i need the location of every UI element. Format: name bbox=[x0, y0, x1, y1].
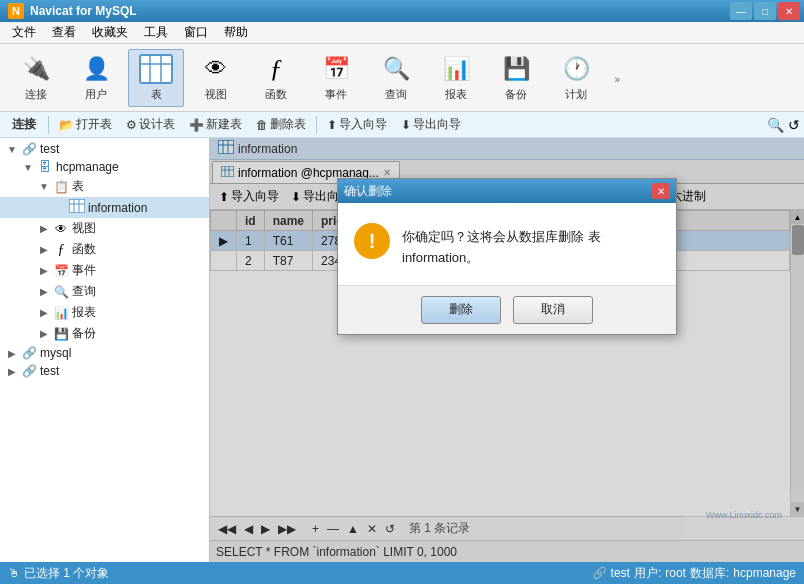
tree-label: information bbox=[88, 201, 147, 215]
warn-symbol: ! bbox=[369, 230, 376, 253]
toolbar-func[interactable]: ƒ 函数 bbox=[248, 49, 304, 107]
status-icon: 🖱 bbox=[8, 566, 20, 580]
new-icon: ➕ bbox=[189, 118, 204, 132]
query-label: 查询 bbox=[385, 87, 407, 102]
toolbar-more[interactable]: » bbox=[608, 48, 620, 106]
close-button[interactable]: ✕ bbox=[778, 2, 800, 20]
sidebar-item-view-group[interactable]: ▶ 👁 视图 bbox=[0, 218, 209, 239]
connect-icon: 🔌 bbox=[18, 54, 54, 85]
sidebar-item-test2[interactable]: ▶ 🔗 test bbox=[0, 362, 209, 380]
sidebar-item-test-connection[interactable]: ▼ 🔗 test bbox=[0, 140, 209, 158]
menu-window[interactable]: 窗口 bbox=[176, 22, 216, 43]
dialog-actions: 删除 取消 bbox=[338, 285, 676, 334]
func-label: 函数 bbox=[265, 87, 287, 102]
import-label: 导入向导 bbox=[339, 116, 387, 133]
open-label: 打开表 bbox=[76, 116, 112, 133]
menu-file[interactable]: 文件 bbox=[4, 22, 44, 43]
connect-label: 连接 bbox=[25, 87, 47, 102]
subbar-delete[interactable]: 🗑 删除表 bbox=[250, 114, 312, 135]
svg-rect-0 bbox=[140, 55, 172, 83]
menu-help[interactable]: 帮助 bbox=[216, 22, 256, 43]
sidebar-item-hcpmanage[interactable]: ▼ 🗄 hcpmanage bbox=[0, 158, 209, 176]
tree-arrow: ▼ bbox=[4, 144, 20, 155]
schedule-label: 计划 bbox=[565, 87, 587, 102]
design-label: 设计表 bbox=[139, 116, 175, 133]
sidebar-item-query-group[interactable]: ▶ 🔍 查询 bbox=[0, 281, 209, 302]
toolbar-connect[interactable]: 🔌 连接 bbox=[8, 49, 64, 107]
sidebar-item-report-group[interactable]: ▶ 📊 报表 bbox=[0, 302, 209, 323]
design-icon: ⚙ bbox=[126, 118, 137, 132]
tree-label: hcpmanage bbox=[56, 160, 119, 174]
cancel-delete-button[interactable]: 取消 bbox=[513, 296, 593, 324]
confirm-delete-button[interactable]: 删除 bbox=[421, 296, 501, 324]
status-selection: 🖱 已选择 1 个对象 bbox=[8, 565, 109, 582]
sidebar-item-table-group[interactable]: ▼ 📋 表 bbox=[0, 176, 209, 197]
status-db-label: 数据库: bbox=[690, 565, 729, 582]
delete-icon: 🗑 bbox=[256, 118, 268, 132]
view-group-icon: 👁 bbox=[52, 222, 70, 236]
dialog-close-button[interactable]: ✕ bbox=[652, 183, 670, 199]
tree-arrow: ▼ bbox=[36, 181, 52, 192]
toolbar-table[interactable]: 表 bbox=[128, 49, 184, 107]
toolbar-backup[interactable]: 💾 备份 bbox=[488, 49, 544, 107]
dialog-title-text: 确认删除 bbox=[344, 183, 392, 200]
subbar-import[interactable]: ⬆ 导入向导 bbox=[321, 114, 393, 135]
func-icon: ƒ bbox=[258, 54, 294, 85]
minimize-button[interactable]: — bbox=[730, 2, 752, 20]
sidebar-item-information[interactable]: information bbox=[0, 197, 209, 218]
title-bar: N Navicat for MySQL — □ ✕ bbox=[0, 0, 804, 22]
dialog-message: 你确定吗？这将会从数据库删除 表 information。 bbox=[402, 223, 660, 269]
tree-arrow: ▶ bbox=[36, 223, 52, 234]
status-connection: 🔗 test 用户: root 数据库: hcpmanage bbox=[592, 565, 796, 582]
tree-label: 函数 bbox=[72, 241, 96, 258]
menu-favorites[interactable]: 收藏夹 bbox=[84, 22, 136, 43]
tree-label: 事件 bbox=[72, 262, 96, 279]
sidebar-item-backup-group[interactable]: ▶ 💾 备份 bbox=[0, 323, 209, 344]
tree-arrow: ▶ bbox=[36, 265, 52, 276]
status-user-label: 用户: bbox=[634, 565, 661, 582]
subbar-sep1 bbox=[48, 116, 49, 134]
report-icon: 📊 bbox=[438, 54, 474, 85]
menu-view[interactable]: 查看 bbox=[44, 22, 84, 43]
tree-label: 备份 bbox=[72, 325, 96, 342]
subbar-design[interactable]: ⚙ 设计表 bbox=[120, 114, 181, 135]
connection-icon: 🔗 bbox=[20, 142, 38, 156]
delete-label: 删除表 bbox=[270, 116, 306, 133]
window-controls: — □ ✕ bbox=[730, 2, 800, 20]
maximize-button[interactable]: □ bbox=[754, 2, 776, 20]
app-icon: N bbox=[8, 3, 24, 19]
confirm-dialog: 确认删除 ✕ ! 你确定吗？这将会从数据库删除 表 information。 删… bbox=[337, 178, 677, 335]
toolbar-user[interactable]: 👤 用户 bbox=[68, 49, 124, 107]
sidebar-item-func-group[interactable]: ▶ ƒ 函数 bbox=[0, 239, 209, 260]
sidebar-item-event-group[interactable]: ▶ 📅 事件 bbox=[0, 260, 209, 281]
toolbar-event[interactable]: 📅 事件 bbox=[308, 49, 364, 107]
tree-arrow: ▶ bbox=[4, 366, 20, 377]
toolbar-query[interactable]: 🔍 查询 bbox=[368, 49, 424, 107]
subbar-open[interactable]: 📂 打开表 bbox=[53, 114, 118, 135]
tree-label: test bbox=[40, 142, 59, 156]
main-content: ▼ 🔗 test ▼ 🗄 hcpmanage ▼ 📋 表 information… bbox=[0, 138, 804, 562]
connection-subbar: 连接 📂 打开表 ⚙ 设计表 ➕ 新建表 🗑 删除表 ⬆ 导入向导 ⬇ 导出向导… bbox=[0, 112, 804, 138]
status-db-icon: 🔗 bbox=[592, 566, 607, 580]
toolbar-view[interactable]: 👁 视图 bbox=[188, 49, 244, 107]
schedule-icon: 🕐 bbox=[558, 54, 594, 85]
test-icon: 🔗 bbox=[20, 364, 38, 378]
mysql-icon: 🔗 bbox=[20, 346, 38, 360]
toolbar-schedule[interactable]: 🕐 计划 bbox=[548, 49, 604, 107]
subbar-new[interactable]: ➕ 新建表 bbox=[183, 114, 248, 135]
backup-icon: 💾 bbox=[498, 54, 534, 85]
report-label: 报表 bbox=[445, 87, 467, 102]
dialog-title-bar: 确认删除 ✕ bbox=[338, 179, 676, 203]
warn-icon: ! bbox=[354, 223, 390, 259]
refresh-icon[interactable]: ↺ bbox=[788, 117, 800, 133]
toolbar-report[interactable]: 📊 报表 bbox=[428, 49, 484, 107]
status-test-label: test bbox=[611, 566, 630, 580]
tree-arrow: ▶ bbox=[36, 244, 52, 255]
search-icon: 🔍 bbox=[767, 117, 784, 133]
sidebar-item-mysql[interactable]: ▶ 🔗 mysql bbox=[0, 344, 209, 362]
subbar-export[interactable]: ⬇ 导出向导 bbox=[395, 114, 467, 135]
menu-tools[interactable]: 工具 bbox=[136, 22, 176, 43]
subbar-search: 🔍 ↺ bbox=[767, 117, 800, 133]
main-toolbar: 🔌 连接 👤 用户 表 👁 视图 ƒ 函数 📅 事件 🔍 查询 📊 报表 💾 备… bbox=[0, 44, 804, 112]
title-bar-left: N Navicat for MySQL bbox=[8, 3, 137, 19]
